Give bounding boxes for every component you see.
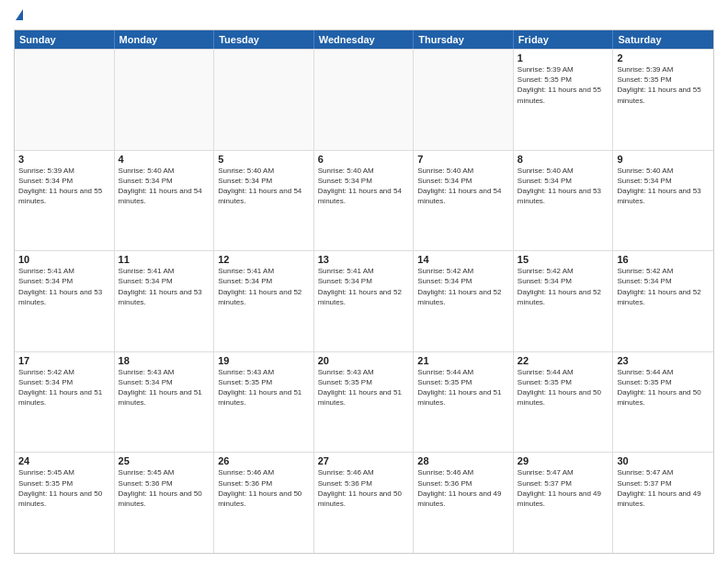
calendar-cell: 13Sunrise: 5:41 AM Sunset: 5:34 PM Dayli…: [314, 251, 415, 351]
day-info: Sunrise: 5:43 AM Sunset: 5:34 PM Dayligh…: [119, 367, 210, 408]
calendar-cell: 10Sunrise: 5:41 AM Sunset: 5:34 PM Dayli…: [15, 251, 115, 351]
calendar-cell: 14Sunrise: 5:42 AM Sunset: 5:34 PM Dayli…: [414, 251, 514, 351]
day-number: 18: [119, 355, 210, 366]
day-info: Sunrise: 5:40 AM Sunset: 5:34 PM Dayligh…: [417, 166, 509, 207]
day-number: 16: [617, 254, 710, 265]
day-number: 7: [417, 154, 509, 165]
day-number: 3: [18, 154, 110, 165]
calendar-cell: 28Sunrise: 5:46 AM Sunset: 5:36 PM Dayli…: [414, 453, 514, 553]
calendar-cell: 18Sunrise: 5:43 AM Sunset: 5:34 PM Dayli…: [115, 352, 215, 453]
calendar-cell: 8Sunrise: 5:40 AM Sunset: 5:34 PM Daylig…: [514, 151, 614, 251]
header-cell-monday: Monday: [115, 30, 215, 49]
day-info: Sunrise: 5:45 AM Sunset: 5:35 PM Dayligh…: [18, 467, 110, 509]
day-info: Sunrise: 5:46 AM Sunset: 5:36 PM Dayligh…: [417, 467, 509, 509]
day-number: 17: [18, 355, 110, 366]
calendar-cell: 29Sunrise: 5:47 AM Sunset: 5:37 PM Dayli…: [514, 453, 614, 553]
day-info: Sunrise: 5:44 AM Sunset: 5:35 PM Dayligh…: [518, 367, 609, 408]
header-cell-friday: Friday: [514, 30, 614, 49]
logo: [14, 9, 23, 22]
header-cell-wednesday: Wednesday: [314, 30, 415, 49]
day-number: 21: [417, 355, 509, 366]
day-info: Sunrise: 5:46 AM Sunset: 5:36 PM Dayligh…: [218, 467, 310, 509]
day-number: 1: [518, 52, 609, 63]
calendar-cell: 23Sunrise: 5:44 AM Sunset: 5:35 PM Dayli…: [613, 352, 713, 453]
calendar-cell: 9Sunrise: 5:40 AM Sunset: 5:34 PM Daylig…: [613, 151, 713, 251]
calendar-cell: 5Sunrise: 5:40 AM Sunset: 5:34 PM Daylig…: [214, 151, 314, 251]
day-info: Sunrise: 5:41 AM Sunset: 5:34 PM Dayligh…: [318, 266, 410, 307]
calendar-cell: [115, 50, 215, 150]
day-number: 13: [318, 254, 410, 265]
day-number: 26: [218, 455, 310, 466]
day-info: Sunrise: 5:43 AM Sunset: 5:35 PM Dayligh…: [318, 367, 410, 408]
day-number: 24: [18, 455, 110, 466]
day-number: 4: [119, 154, 210, 165]
day-info: Sunrise: 5:47 AM Sunset: 5:37 PM Dayligh…: [617, 467, 710, 509]
day-info: Sunrise: 5:47 AM Sunset: 5:37 PM Dayligh…: [518, 467, 609, 509]
day-number: 9: [617, 154, 710, 165]
logo-icon: [16, 9, 23, 20]
calendar-row-4: 17Sunrise: 5:42 AM Sunset: 5:34 PM Dayli…: [15, 351, 713, 453]
calendar-cell: 24Sunrise: 5:45 AM Sunset: 5:35 PM Dayli…: [15, 453, 115, 553]
day-number: 25: [119, 455, 210, 466]
day-info: Sunrise: 5:44 AM Sunset: 5:35 PM Dayligh…: [417, 367, 509, 408]
day-info: Sunrise: 5:40 AM Sunset: 5:34 PM Dayligh…: [119, 166, 210, 207]
day-info: Sunrise: 5:41 AM Sunset: 5:34 PM Dayligh…: [119, 266, 210, 307]
calendar-row-1: 1Sunrise: 5:39 AM Sunset: 5:35 PM Daylig…: [15, 49, 713, 150]
day-number: 20: [318, 355, 410, 366]
calendar-cell: 4Sunrise: 5:40 AM Sunset: 5:34 PM Daylig…: [115, 151, 215, 251]
calendar-cell: [414, 50, 514, 150]
day-info: Sunrise: 5:40 AM Sunset: 5:34 PM Dayligh…: [318, 166, 410, 207]
day-number: 27: [318, 455, 410, 466]
day-info: Sunrise: 5:44 AM Sunset: 5:35 PM Dayligh…: [617, 367, 710, 408]
calendar-cell: 2Sunrise: 5:39 AM Sunset: 5:35 PM Daylig…: [613, 50, 713, 150]
day-info: Sunrise: 5:41 AM Sunset: 5:34 PM Dayligh…: [218, 266, 310, 307]
calendar-cell: 25Sunrise: 5:45 AM Sunset: 5:36 PM Dayli…: [115, 453, 215, 553]
day-info: Sunrise: 5:39 AM Sunset: 5:35 PM Dayligh…: [617, 64, 710, 106]
day-number: 14: [417, 254, 509, 265]
calendar-cell: 1Sunrise: 5:39 AM Sunset: 5:35 PM Daylig…: [514, 50, 614, 150]
day-info: Sunrise: 5:40 AM Sunset: 5:34 PM Dayligh…: [218, 166, 310, 207]
calendar-cell: 11Sunrise: 5:41 AM Sunset: 5:34 PM Dayli…: [115, 251, 215, 351]
calendar-cell: 21Sunrise: 5:44 AM Sunset: 5:35 PM Dayli…: [414, 352, 514, 453]
calendar-cell: 19Sunrise: 5:43 AM Sunset: 5:35 PM Dayli…: [214, 352, 314, 453]
day-info: Sunrise: 5:40 AM Sunset: 5:34 PM Dayligh…: [518, 166, 609, 207]
day-number: 11: [119, 254, 210, 265]
calendar-cell: 30Sunrise: 5:47 AM Sunset: 5:37 PM Dayli…: [613, 453, 713, 553]
day-number: 5: [218, 154, 310, 165]
day-info: Sunrise: 5:42 AM Sunset: 5:34 PM Dayligh…: [417, 266, 509, 307]
day-number: 28: [417, 455, 509, 466]
calendar-body: 1Sunrise: 5:39 AM Sunset: 5:35 PM Daylig…: [15, 49, 713, 553]
calendar-row-3: 10Sunrise: 5:41 AM Sunset: 5:34 PM Dayli…: [15, 250, 713, 351]
calendar-cell: 3Sunrise: 5:39 AM Sunset: 5:34 PM Daylig…: [15, 151, 115, 251]
calendar: SundayMondayTuesdayWednesdayThursdayFrid…: [14, 29, 714, 554]
calendar-cell: [314, 50, 415, 150]
day-number: 29: [518, 455, 609, 466]
day-number: 30: [617, 455, 710, 466]
page: SundayMondayTuesdayWednesdayThursdayFrid…: [0, 0, 728, 563]
calendar-cell: 12Sunrise: 5:41 AM Sunset: 5:34 PM Dayli…: [214, 251, 314, 351]
day-info: Sunrise: 5:45 AM Sunset: 5:36 PM Dayligh…: [119, 467, 210, 509]
day-info: Sunrise: 5:40 AM Sunset: 5:34 PM Dayligh…: [617, 166, 710, 207]
header-cell-tuesday: Tuesday: [214, 30, 314, 49]
day-number: 8: [518, 154, 609, 165]
header-cell-sunday: Sunday: [15, 30, 115, 49]
header-cell-saturday: Saturday: [613, 30, 713, 49]
calendar-cell: 20Sunrise: 5:43 AM Sunset: 5:35 PM Dayli…: [314, 352, 415, 453]
day-number: 19: [218, 355, 310, 366]
calendar-cell: 22Sunrise: 5:44 AM Sunset: 5:35 PM Dayli…: [514, 352, 614, 453]
calendar-cell: 16Sunrise: 5:42 AM Sunset: 5:34 PM Dayli…: [613, 251, 713, 351]
calendar-row-5: 24Sunrise: 5:45 AM Sunset: 5:35 PM Dayli…: [15, 452, 713, 553]
calendar-header: SundayMondayTuesdayWednesdayThursdayFrid…: [15, 30, 713, 49]
calendar-cell: 26Sunrise: 5:46 AM Sunset: 5:36 PM Dayli…: [214, 453, 314, 553]
calendar-cell: 6Sunrise: 5:40 AM Sunset: 5:34 PM Daylig…: [314, 151, 415, 251]
day-info: Sunrise: 5:41 AM Sunset: 5:34 PM Dayligh…: [18, 266, 110, 307]
day-number: 15: [518, 254, 609, 265]
calendar-row-2: 3Sunrise: 5:39 AM Sunset: 5:34 PM Daylig…: [15, 150, 713, 251]
day-info: Sunrise: 5:39 AM Sunset: 5:35 PM Dayligh…: [518, 64, 609, 106]
header-cell-thursday: Thursday: [414, 30, 514, 49]
calendar-cell: 7Sunrise: 5:40 AM Sunset: 5:34 PM Daylig…: [414, 151, 514, 251]
day-info: Sunrise: 5:42 AM Sunset: 5:34 PM Dayligh…: [518, 266, 609, 307]
calendar-cell: 27Sunrise: 5:46 AM Sunset: 5:36 PM Dayli…: [314, 453, 415, 553]
day-number: 6: [318, 154, 410, 165]
calendar-cell: [15, 50, 115, 150]
